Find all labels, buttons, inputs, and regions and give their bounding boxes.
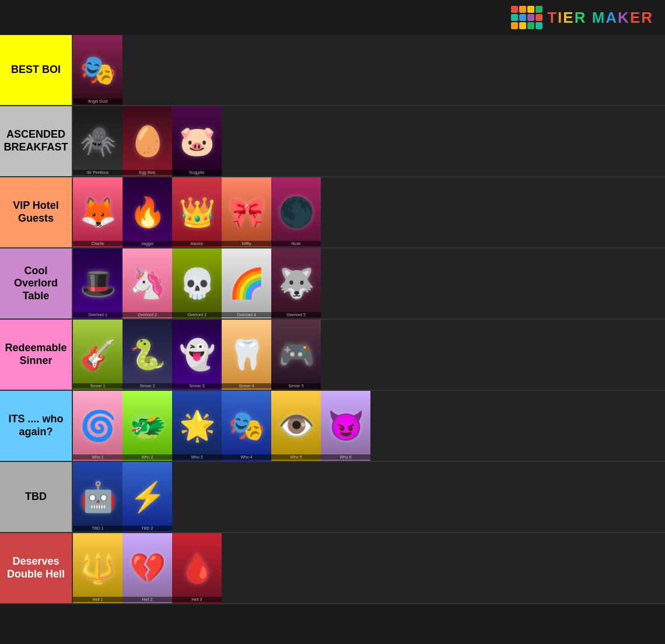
tier-item[interactable]: 🎀Niffty [222,177,271,247]
logo-grid-cell [527,22,534,29]
logo-grid-cell [519,6,526,13]
tier-label-cool: Cool Overlord Table [0,249,73,318]
tier-item[interactable]: 🌈Overlord 4 [222,249,271,318]
tier-label-tbd: TBD [0,462,73,532]
tier-label-its: ITS .... who again? [0,391,73,461]
tier-item[interactable]: 🐷Nuggets [172,106,222,176]
tier-item[interactable]: 🎮Sinner 5 [271,320,321,390]
tier-item[interactable]: 🩸Hell 3 [172,533,222,603]
tier-item[interactable]: 👻Sinner 3 [172,320,222,390]
logo-grid-cell [536,6,542,13]
tier-items-redeemable: 🎸Sinner 1🐍Sinner 2👻Sinner 3🦷Sinner 4🎮Sin… [73,320,665,390]
tier-item[interactable]: 🤖TBD 1 [73,462,123,532]
tier-item[interactable]: 🌀Who 1 [73,391,123,461]
tier-label-vip: VIP Hotel Guests [0,177,73,247]
tier-items-its: 🌀Who 1🐲Who 2🌟Who 3🎭Who 4👁️Who 5😈Who 6 [73,391,665,461]
tier-item[interactable]: 🌑Husk [271,177,321,247]
tier-item[interactable]: 🥚Egg Bois [123,106,172,176]
tier-row-redeemable: Redeemable Sinner🎸Sinner 1🐍Sinner 2👻Sinn… [0,320,665,391]
tier-list: BEST BOI🎭Angel DustASCENDED BREAKFAST🕷️S… [0,35,665,604]
tier-label-redeemable: Redeemable Sinner [0,320,73,390]
tier-item[interactable]: 💀Overlord 3 [172,249,222,318]
logo-grid-cell [536,14,542,21]
tier-item[interactable]: 🦷Sinner 4 [222,320,271,390]
logo-grid-cell [527,14,534,21]
logo-grid-cell [519,14,526,21]
tier-item[interactable]: ⚡TBD 2 [123,462,172,532]
tier-item[interactable]: 🎭Who 4 [222,391,271,461]
tier-item[interactable]: 🎩Overlord 1 [73,249,123,318]
tier-item[interactable]: 🌟Who 3 [172,391,222,461]
tier-item[interactable]: 👁️Who 5 [271,391,321,461]
tier-row-best-boi: BEST BOI🎭Angel Dust [0,35,665,106]
tier-label-deserves: Deserves Double Hell [0,533,73,603]
tiermaker-logo: TiER MaKeR [511,6,653,29]
tier-row-ascended: ASCENDED BREAKFAST🕷️Sir Pentious🥚Egg Boi… [0,106,665,177]
logo-grid-cell [511,6,518,13]
logo-grid-icon [511,6,542,29]
tier-row-tbd: TBD🤖TBD 1⚡TBD 2 [0,462,665,533]
logo-grid-cell [511,14,518,21]
tier-item[interactable]: 🐲Who 2 [123,391,172,461]
tier-item[interactable]: 🦄Overlord 2 [123,249,172,318]
tier-label-ascended: ASCENDED BREAKFAST [0,106,73,176]
logo-grid-cell [519,22,526,29]
logo-grid-cell [527,6,534,13]
logo-text: TiER MaKeR [547,9,653,27]
tier-items-deserves: 🔱Hell 1💔Hell 2🩸Hell 3 [73,533,665,603]
tier-row-cool: Cool Overlord Table🎩Overlord 1🦄Overlord … [0,249,665,320]
tier-item[interactable]: 🔱Hell 1 [73,533,123,603]
tier-items-ascended: 🕷️Sir Pentious🥚Egg Bois🐷Nuggets [73,106,665,176]
tier-items-tbd: 🤖TBD 1⚡TBD 2 [73,462,665,532]
tier-item[interactable]: 💔Hell 2 [123,533,172,603]
tier-items-vip: 🦊Charlie🔥Vaggie👑Alastor🎀Niffty🌑Husk [73,177,665,247]
tier-item[interactable]: 🐺Overlord 5 [271,249,321,318]
logo-grid-cell [511,22,518,29]
tier-item[interactable]: 🎭Angel Dust [73,35,123,105]
tier-item[interactable]: 🦊Charlie [73,177,123,247]
logo-grid-cell [536,22,542,29]
tier-item[interactable]: 🔥Vaggie [123,177,172,247]
header: TiER MaKeR [0,0,665,35]
tier-item[interactable]: 🎸Sinner 1 [73,320,123,390]
tier-item[interactable]: 😈Who 6 [321,391,370,461]
tier-items-best-boi: 🎭Angel Dust [73,35,665,105]
tier-row-its: ITS .... who again?🌀Who 1🐲Who 2🌟Who 3🎭Wh… [0,391,665,462]
tier-row-vip: VIP Hotel Guests🦊Charlie🔥Vaggie👑Alastor🎀… [0,177,665,249]
tier-label-best-boi: BEST BOI [0,35,73,105]
tier-item[interactable]: 🐍Sinner 2 [123,320,172,390]
tier-row-deserves: Deserves Double Hell🔱Hell 1💔Hell 2🩸Hell … [0,533,665,604]
tier-items-cool: 🎩Overlord 1🦄Overlord 2💀Overlord 3🌈Overlo… [73,249,665,318]
tier-item[interactable]: 🕷️Sir Pentious [73,106,123,176]
tier-item[interactable]: 👑Alastor [172,177,222,247]
